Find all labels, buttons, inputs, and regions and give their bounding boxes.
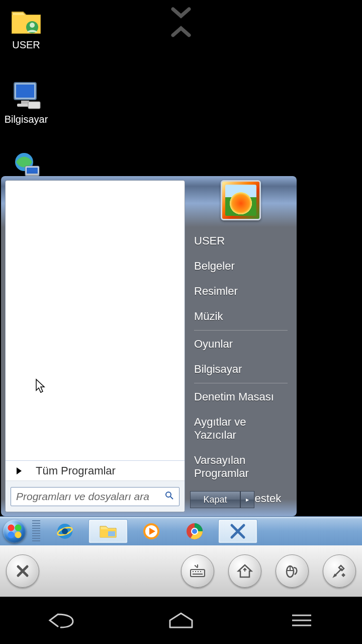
divider	[194, 383, 288, 383]
desktop-icon-label: USER	[1, 39, 51, 51]
svg-rect-3	[16, 85, 34, 98]
remote-toolbar	[0, 545, 362, 597]
svg-point-10	[166, 492, 171, 497]
desktop-icon-computer[interactable]: Bilgisayar	[1, 79, 51, 125]
start-menu-item-games[interactable]: Oyunlar	[188, 332, 294, 357]
user-avatar[interactable]	[221, 180, 261, 220]
taskbar-item-x-app[interactable]	[218, 519, 257, 543]
shutdown-group: Kapat ▸	[190, 491, 254, 508]
svg-rect-6	[28, 102, 40, 109]
all-programs-label: Tüm Programlar	[36, 464, 116, 477]
windows-orb-icon	[3, 520, 26, 543]
start-menu-left-pane: Tüm Programlar Programları ve dosyaları …	[5, 180, 185, 512]
svg-point-20	[192, 529, 197, 534]
chevron-right-icon	[17, 467, 22, 474]
file-explorer-icon	[98, 521, 118, 541]
computer-icon	[10, 79, 42, 112]
taskbar-item-google-chrome[interactable]	[175, 519, 214, 543]
divider	[194, 330, 288, 331]
remote-home-button[interactable]	[228, 554, 261, 588]
internet-explorer-icon	[55, 521, 75, 541]
start-menu: Tüm Programlar Programları ve dosyaları …	[1, 176, 297, 516]
svg-rect-15	[108, 531, 115, 536]
shutdown-options-button[interactable]: ▸	[240, 491, 254, 508]
remote-settings-button[interactable]	[323, 554, 356, 588]
start-button[interactable]	[0, 517, 29, 546]
android-recent-button[interactable]	[277, 605, 327, 635]
start-menu-search-wrap: Programları ve dosyaları ara	[6, 480, 185, 512]
svg-rect-21	[191, 570, 205, 577]
search-icon	[165, 491, 174, 503]
svg-line-11	[170, 497, 173, 499]
android-home-button[interactable]	[156, 605, 206, 635]
taskbar-item-internet-explorer[interactable]	[45, 519, 84, 543]
start-menu-item-default-programs[interactable]: Varsayılan Programlar	[188, 448, 294, 486]
google-chrome-icon	[185, 521, 205, 541]
taskbar	[0, 516, 362, 545]
start-menu-item-documents[interactable]: Belgeler	[188, 254, 294, 279]
remote-mouse-button[interactable]	[276, 554, 309, 588]
media-player-icon	[141, 521, 161, 541]
svg-rect-9	[27, 168, 38, 174]
start-menu-item-devices[interactable]: Aygıtlar ve Yazıcılar	[188, 410, 294, 448]
search-placeholder: Programları ve dosyaları ara	[16, 491, 149, 503]
start-menu-item-computer[interactable]: Bilgisayar	[188, 357, 294, 382]
start-menu-item-pictures[interactable]: Resimler	[188, 279, 294, 304]
svg-point-14	[62, 528, 68, 534]
collapse-handle[interactable]	[171, 7, 191, 37]
start-menu-right-pane: USER Belgeler Resimler Müzik Oyunlar Bil…	[188, 176, 294, 513]
start-menu-programs-list[interactable]	[6, 181, 185, 462]
remote-keyboard-button[interactable]	[181, 554, 214, 588]
remote-close-button[interactable]	[6, 554, 39, 588]
desktop-icon-label: Bilgisayar	[1, 114, 51, 125]
start-menu-item-control-panel[interactable]: Denetim Masası	[188, 384, 294, 410]
android-navigation-bar	[0, 597, 362, 644]
start-menu-item-user[interactable]: USER	[188, 228, 294, 254]
shutdown-button[interactable]: Kapat	[190, 491, 240, 508]
taskbar-item-media-player[interactable]	[132, 519, 171, 543]
user-folder-icon	[10, 5, 42, 37]
taskbar-item-file-explorer[interactable]	[88, 519, 128, 543]
all-programs-button[interactable]: Tüm Programlar	[6, 460, 185, 480]
taskbar-grip[interactable]	[32, 520, 40, 542]
x-app-icon	[228, 521, 248, 541]
start-menu-item-music[interactable]: Müzik	[188, 304, 294, 329]
svg-point-1	[30, 23, 35, 28]
android-back-button[interactable]	[35, 605, 85, 635]
search-input[interactable]: Programları ve dosyaları ara	[11, 487, 179, 506]
desktop-icon-user[interactable]: USER	[1, 5, 51, 51]
